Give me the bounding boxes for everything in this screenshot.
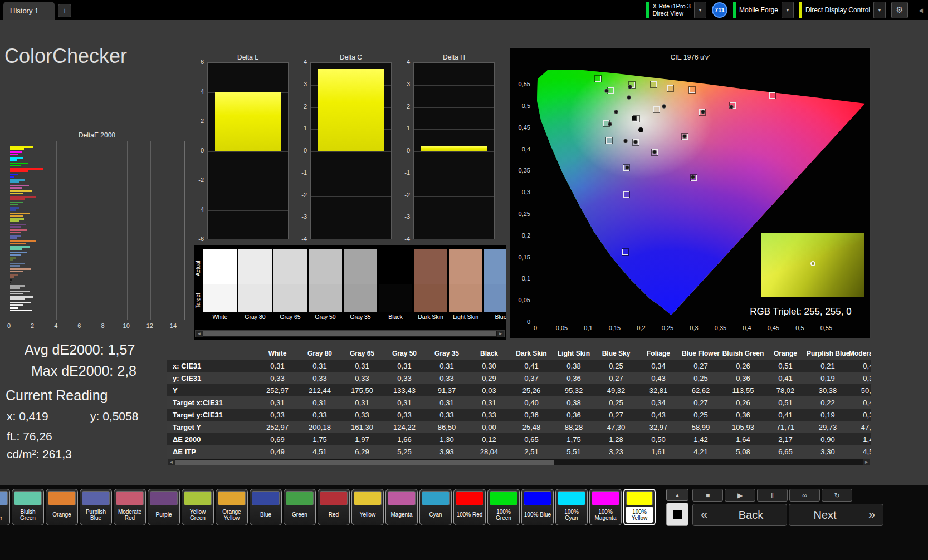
- deltae-bar: [10, 304, 23, 306]
- patch-label: 100% Yellow: [626, 507, 653, 523]
- swatch-actual-color: [379, 249, 412, 284]
- swatch-label: Black: [379, 313, 412, 320]
- table-cell: 2,17: [764, 435, 807, 444]
- patch-button-orange-yellow[interactable]: Orange Yellow: [216, 489, 248, 525]
- swatch-scrollbar[interactable]: ◄ ►: [195, 330, 505, 337]
- collapse-panel-icon[interactable]: ◀: [916, 3, 926, 17]
- delta-h-chart: Delta H 43210-1-2-3-4: [395, 53, 496, 252]
- table-cell: 0,31: [426, 399, 468, 407]
- pause-icon[interactable]: ‖: [757, 489, 788, 502]
- table-cell: 71,71: [764, 423, 807, 431]
- deltae-bar: [10, 307, 18, 309]
- stop-icon[interactable]: ■: [692, 489, 723, 502]
- patch-color: [48, 491, 76, 505]
- topbar-controls: X-Rite i1Pro 3 Direct View ▼ 711 Mobile …: [646, 1, 908, 19]
- deltae-bar: [10, 170, 28, 172]
- deltae-bar-group: [10, 157, 184, 161]
- axis-tick-label: 14: [167, 322, 180, 329]
- play-icon[interactable]: ▶: [725, 489, 755, 502]
- deltae-bar: [10, 282, 11, 283]
- patch-button-100-yellow[interactable]: 100% Yellow: [623, 489, 656, 525]
- table-cell: 0,51: [764, 362, 807, 370]
- scroll-left-icon[interactable]: ◄: [168, 459, 175, 465]
- scroll-left-icon[interactable]: ◄: [196, 331, 203, 337]
- deltae-bar: [10, 181, 19, 183]
- patch-button-100-magenta[interactable]: 100% Magenta: [589, 489, 622, 525]
- deltae-bar-group: [10, 229, 184, 233]
- chart-title: DeltaE 2000: [9, 131, 185, 139]
- patch-button-100-red[interactable]: 100% Red: [453, 489, 486, 525]
- chevron-down-icon[interactable]: ▼: [782, 2, 794, 18]
- tab-history-1[interactable]: History 1: [3, 2, 55, 20]
- gridline: [414, 107, 494, 108]
- target-point: [651, 81, 657, 87]
- patch-button-red[interactable]: Red: [318, 489, 350, 525]
- row-label: Target y:CIE31: [167, 411, 256, 419]
- patch-button-100-green[interactable]: 100% Green: [487, 489, 520, 525]
- table-cell: 0,36: [553, 374, 595, 382]
- table-cell: 0,34: [637, 362, 680, 370]
- table-row: x: CIE310,310,310,310,310,310,300,410,38…: [167, 360, 871, 372]
- display-control-selector[interactable]: Direct Display Control ▼: [799, 1, 886, 19]
- gear-icon[interactable]: ⚙: [891, 2, 908, 18]
- scroll-right-icon[interactable]: ►: [863, 459, 870, 465]
- column-header: Gray 80: [299, 350, 341, 357]
- infinity-icon[interactable]: ∞: [789, 489, 820, 502]
- axis-tick-label: 8: [96, 322, 110, 329]
- color-swatch: White: [203, 249, 237, 320]
- patch-button-bluish-green[interactable]: Bluish Green: [12, 489, 44, 525]
- patch-color: [0, 491, 8, 505]
- table-cell: 0,31: [426, 362, 468, 370]
- deltae-bar: [10, 176, 14, 178]
- chevron-down-icon[interactable]: ▼: [873, 2, 886, 18]
- patch-color: [218, 491, 246, 505]
- eject-icon[interactable]: ▲: [666, 489, 688, 501]
- swatch-actual-color: [273, 249, 307, 284]
- deltae-bar-group: [10, 213, 184, 217]
- table-cell: 88,28: [553, 423, 595, 431]
- table-cell: 0,51: [764, 399, 807, 407]
- pattern-window-button[interactable]: [666, 503, 688, 526]
- swatch-label: Gray 50: [309, 313, 342, 320]
- patch-button-100-cyan[interactable]: 100% Cyan: [555, 489, 588, 525]
- workflow-selector[interactable]: Mobile Forge ▼: [733, 1, 794, 19]
- chevron-down-icon[interactable]: ▼: [694, 2, 706, 18]
- table-cell: 0,12: [468, 435, 510, 444]
- table-cell: 49,32: [595, 386, 637, 395]
- patch-button-magenta[interactable]: Magenta: [385, 489, 418, 525]
- patch-button-green[interactable]: Green: [284, 489, 316, 525]
- patch-button-yellow-green[interactable]: Yellow Green: [182, 489, 214, 525]
- patch-button-blue[interactable]: Blue: [250, 489, 282, 525]
- add-tab-button[interactable]: +: [58, 4, 71, 17]
- swatch-target-color: [309, 284, 342, 312]
- patch-button-yellow[interactable]: Yellow: [351, 489, 384, 525]
- scroll-right-icon[interactable]: ►: [497, 331, 504, 337]
- patch-button-100-blue[interactable]: 100% Blue: [521, 489, 554, 525]
- patch-button-cyan[interactable]: Cyan: [419, 489, 452, 525]
- target-point: [622, 249, 628, 255]
- patch-button-purplish-blue[interactable]: Purplish Blue: [80, 489, 112, 525]
- table-cell: 5,25: [383, 448, 426, 456]
- reading-cdm2-readout: cd/m²: 261,3: [7, 448, 72, 461]
- repeat-icon[interactable]: ↻: [822, 489, 852, 502]
- patch-button-blue-flower[interactable]: Blue Flower: [0, 489, 10, 525]
- scrollbar-thumb[interactable]: [175, 460, 554, 465]
- deltae-bar: [10, 240, 36, 242]
- back-button[interactable]: « Back: [692, 504, 787, 526]
- color-swatch: Dark Skin: [414, 249, 447, 320]
- deltae-bar: [10, 157, 23, 159]
- column-header: Moderate Red: [849, 350, 871, 357]
- patch-color: [14, 491, 42, 505]
- gridline: [311, 218, 391, 218]
- measured-point: [633, 140, 638, 144]
- patch-button-orange[interactable]: Orange: [46, 489, 78, 525]
- scrollbar-thumb[interactable]: [203, 331, 496, 336]
- axis-tick-label: 6: [72, 322, 86, 329]
- next-button[interactable]: Next »: [789, 504, 883, 526]
- gridline: [414, 174, 494, 174]
- patch-button-moderate-red[interactable]: Moderate Red: [114, 489, 146, 525]
- patch-button-purple[interactable]: Purple: [148, 489, 180, 525]
- meter-selector[interactable]: X-Rite i1Pro 3 Direct View ▼: [646, 1, 706, 19]
- deltae-bar: [10, 235, 21, 237]
- table-scrollbar[interactable]: ◄ ►: [167, 459, 871, 466]
